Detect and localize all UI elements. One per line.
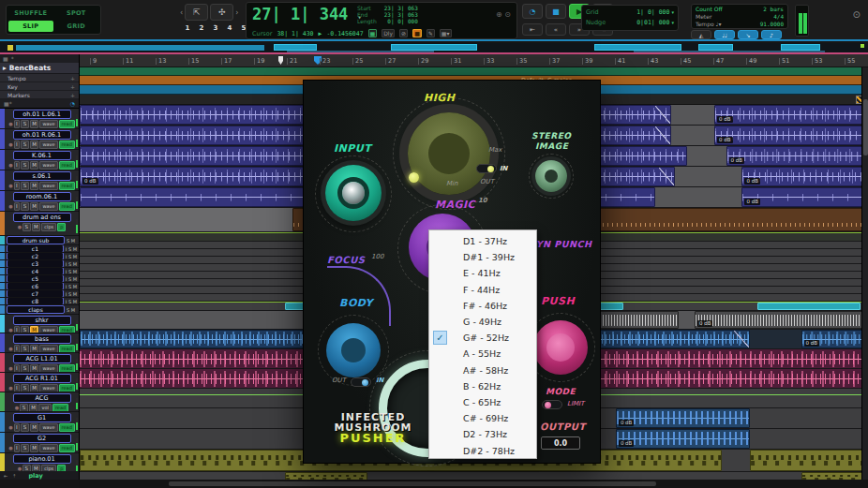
track-name[interactable]: G2 xyxy=(13,434,71,443)
clip-gain-badge[interactable]: 0 dB xyxy=(804,340,820,347)
midi-merge-icon[interactable]: ♪ xyxy=(761,30,782,39)
audio-clip[interactable]: 0 dB xyxy=(695,311,868,329)
nudge-dropdown-icon[interactable]: ▾ xyxy=(671,20,674,25)
audio-clip[interactable] xyxy=(757,303,860,310)
menu-item-a-55hz[interactable]: A - 55Hz xyxy=(429,346,536,362)
track-view-badge[interactable]: read xyxy=(59,384,75,392)
track-view-badge[interactable]: wave xyxy=(39,120,57,128)
solo-button[interactable]: S xyxy=(21,120,29,128)
tempo-ruler[interactable] xyxy=(80,67,868,76)
mode-grid[interactable]: GRID xyxy=(54,21,99,33)
audio-clip[interactable] xyxy=(801,472,864,480)
mode-shuffle[interactable]: SHUFFLE xyxy=(8,7,53,20)
stop-icon[interactable]: ■ xyxy=(546,4,566,19)
track-mini-buttons[interactable]: I S M xyxy=(66,261,77,267)
menu-item-d-1-39hz[interactable]: D#1 - 39Hz xyxy=(429,249,536,265)
metronome-icon[interactable]: ◭ xyxy=(691,30,711,39)
zoom-preset-icon[interactable]: ✣ xyxy=(210,4,233,21)
sidebar-track-shkr[interactable]: shkr●ISMwaveread xyxy=(0,315,79,333)
track-view-badge[interactable]: read xyxy=(59,202,75,211)
online-icon[interactable]: ◔ xyxy=(522,4,543,19)
track-name[interactable]: c8 xyxy=(7,298,64,304)
audio-clip[interactable]: 0 dB xyxy=(741,187,868,207)
clock-icon[interactable]: ◔ xyxy=(70,100,75,107)
lane-p2[interactable] xyxy=(80,472,868,480)
zoom-left-arrow-icon[interactable]: ‹ xyxy=(180,4,183,21)
record-enable-icon[interactable]: ● xyxy=(8,328,12,333)
mute-button[interactable]: M xyxy=(30,384,39,392)
input-monitor-button[interactable]: I xyxy=(14,202,21,211)
nudge-value[interactable]: 0|01| 000 xyxy=(636,19,669,26)
track-name[interactable]: room.06.1 xyxy=(13,192,71,201)
timeline-insertion-icon[interactable]: ▦ xyxy=(368,29,378,37)
solo-button[interactable]: S xyxy=(20,404,28,411)
mode-slip[interactable]: SLIP xyxy=(8,21,53,33)
rewind-icon[interactable]: « xyxy=(546,23,566,36)
track-view-badge[interactable]: wave xyxy=(39,423,57,432)
grid-value[interactable]: 1| 0| 000 xyxy=(636,8,669,16)
track-name[interactable]: c7 xyxy=(7,290,64,297)
track-view-badge[interactable]: wave xyxy=(39,202,57,211)
track-view-badge[interactable]: vol xyxy=(38,404,51,411)
track-view-badge[interactable]: read xyxy=(59,444,75,452)
count-off-value[interactable]: 2 bars xyxy=(763,6,784,13)
clip-gain-badge[interactable]: 0 dB xyxy=(717,116,733,123)
track-name[interactable]: c6 xyxy=(7,283,64,289)
add-lane-icon[interactable]: + xyxy=(70,75,75,81)
mute-button[interactable]: M xyxy=(30,423,39,432)
input-monitor-button[interactable]: I xyxy=(14,120,21,128)
input-monitor-button[interactable]: I xyxy=(14,140,21,149)
sidebar-track-c8[interactable]: c8I S M xyxy=(0,298,79,305)
start-value[interactable]: 23| 3| 063 xyxy=(384,5,418,11)
audio-clip[interactable]: 0 dB xyxy=(714,105,868,125)
clip-gain-badge[interactable]: 0 dB xyxy=(744,199,760,205)
record-enable-icon[interactable]: ● xyxy=(15,406,19,410)
count-off-label[interactable]: Count Off xyxy=(696,6,723,13)
menu-item-a-58hz[interactable]: A# - 58Hz xyxy=(429,362,536,378)
add-lane-icon[interactable]: + xyxy=(70,92,75,98)
track-view-badge[interactable]: wave xyxy=(39,326,57,333)
record-enable-icon[interactable]: ● xyxy=(8,366,12,371)
solo-button[interactable]: S xyxy=(21,364,29,372)
track-view-badge[interactable]: wave xyxy=(39,345,57,352)
record-enable-icon[interactable]: ● xyxy=(8,446,12,451)
track-name[interactable]: ACG xyxy=(13,393,71,403)
menu-item-e-41hz[interactable]: E - 41Hz xyxy=(429,265,536,281)
track-mini-buttons[interactable]: I S M xyxy=(66,246,77,252)
solo-button[interactable]: S xyxy=(21,423,29,432)
audio-clip[interactable]: 0 dB xyxy=(616,429,750,449)
input-monitor-button[interactable]: I xyxy=(14,161,21,170)
track-view-badge[interactable]: wave xyxy=(39,161,57,170)
rtz-mini-icon[interactable]: ⇤ xyxy=(4,473,7,479)
track-mini-buttons[interactable]: I S M xyxy=(66,254,77,259)
audio-clip[interactable]: 0 dB xyxy=(726,146,868,166)
timeline-overview[interactable] xyxy=(0,43,868,54)
track-name[interactable]: c3 xyxy=(7,260,64,267)
sidebar-tools-row[interactable]: ▦*◔ xyxy=(0,99,79,109)
clip-gain-badge[interactable]: 0 dB xyxy=(744,178,760,185)
record-enable-icon[interactable]: ● xyxy=(8,204,12,209)
sidebar-track-c3[interactable]: c3I S M xyxy=(0,260,79,268)
count-off-icon[interactable]: ♩♩ xyxy=(714,30,735,39)
menu-item-f-44hz[interactable]: F - 44Hz xyxy=(429,282,536,298)
track-mini-buttons[interactable]: I S M xyxy=(66,276,77,282)
mute-button[interactable]: M xyxy=(30,182,39,190)
track-name[interactable]: shkr xyxy=(13,316,71,325)
sidebar-track-c1[interactable]: c1I S M xyxy=(0,245,79,253)
solo-button[interactable]: S xyxy=(22,223,31,231)
record-enable-icon[interactable]: ● xyxy=(18,225,22,229)
track-name[interactable]: K.06.1 xyxy=(13,151,71,160)
tempo-ramp-icon[interactable]: ↘ xyxy=(738,30,758,39)
menu-item-d1-37hz[interactable]: D1 - 37Hz xyxy=(429,233,536,249)
record-enable-icon[interactable]: ● xyxy=(8,142,12,147)
tempo-value[interactable]: 91.0000 xyxy=(760,21,784,28)
sidebar-track-g1[interactable]: G1●ISMwaveread xyxy=(0,412,79,433)
zoom-right-arrow-icon[interactable]: › xyxy=(235,4,238,21)
menu-item-g-49hz[interactable]: G - 49Hz xyxy=(429,314,536,330)
dly-indicator[interactable]: Dly xyxy=(382,29,395,37)
audio-clip[interactable]: 0 dB xyxy=(741,167,868,186)
sidebar-track-oh-01-l-06-1[interactable]: oh.01 L.06.1●ISMwaveread xyxy=(0,109,79,129)
sidebar-track-c4[interactable]: c4I S M xyxy=(0,268,79,275)
track-name[interactable]: bass xyxy=(13,334,71,344)
track-name[interactable]: s.06.1 xyxy=(13,171,71,181)
